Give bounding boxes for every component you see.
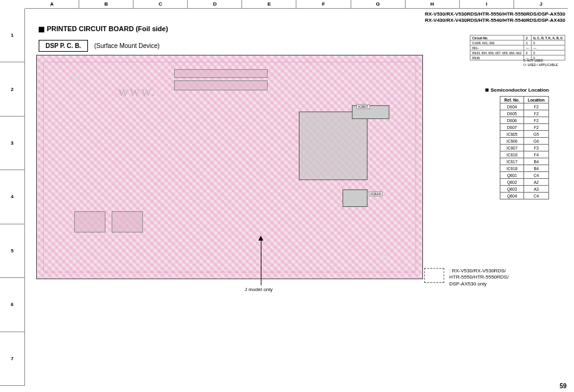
cell: Q603	[500, 186, 524, 193]
section-title: PRINTED CIRCUIT BOARD (Foil side)	[39, 25, 168, 32]
board-label-row: DSP P. C. B. (Surface Mount Device)	[39, 40, 160, 52]
cell: IC610	[500, 151, 524, 158]
board-subtitle: (Surface Mount Device)	[94, 42, 160, 49]
row-1: 1	[0, 9, 24, 62]
cell: F2	[523, 103, 548, 110]
cell: IC618	[500, 165, 524, 172]
row-3: 3	[0, 117, 24, 170]
cell: IC606	[500, 138, 524, 145]
col-A: A	[25, 0, 79, 8]
semiconductor-location-table: Ref. No. Location D604F2 D605F2 D606F2 D…	[500, 96, 549, 199]
cell: C	[523, 41, 531, 45]
cell: F3	[523, 145, 548, 151]
page-number: 59	[560, 383, 567, 390]
col-J: J	[514, 0, 568, 8]
col-I: I	[460, 0, 514, 8]
circuit-header-j: J	[523, 36, 531, 41]
model-line-1: RX-V530/RX-V530RDS/HTR-5550/HTR-5550RDS/…	[425, 11, 565, 17]
cell: D605	[500, 110, 524, 117]
bullet-icon	[485, 88, 489, 92]
cell: —	[523, 45, 531, 50]
callout-arrow-head-icon	[258, 236, 263, 241]
cell: IC609, 691, 692	[470, 41, 523, 45]
board-name-box: DSP P. C. B.	[39, 40, 88, 52]
cell: C4	[523, 193, 548, 199]
cell: IC607	[500, 145, 524, 151]
cell: A2	[523, 179, 548, 186]
row-ruler: 1 2 3 4 5 6 7	[0, 9, 25, 386]
ic-outline	[343, 189, 367, 207]
component-bank	[174, 80, 268, 90]
chip-label-ic610: IC610	[369, 191, 382, 196]
cell: B4	[523, 158, 548, 165]
pcb-foil-diagram: www. IC607 IC610	[36, 55, 423, 279]
circuit-usage-table: Circuit No. J U, C, R, T, K, A, B, G IC6…	[470, 35, 565, 60]
watermark-text: www.	[118, 83, 155, 100]
section-title-text: PRINTED CIRCUIT BOARD (Foil side)	[47, 25, 168, 32]
legend-line-3: DSP-AX530 only	[449, 281, 487, 287]
component-bank	[174, 69, 268, 78]
main-ic-outline	[299, 112, 367, 180]
cell: D606	[500, 117, 524, 124]
row-5: 5	[0, 224, 24, 278]
col-E: E	[242, 0, 296, 8]
square-bullet-icon	[39, 27, 44, 32]
col-D: D	[188, 0, 242, 8]
semiconductor-heading: Semiconductor Location	[485, 87, 549, 93]
model-line-2: RX-V430/RX-V430RDS/HTR-5540/HTR-5540RDS/…	[425, 17, 565, 24]
component-block	[112, 211, 143, 232]
row-2: 2	[0, 62, 24, 116]
cell: B4	[523, 165, 548, 172]
cell: IC617	[500, 158, 524, 165]
row-6: 6	[0, 278, 24, 332]
cell: 0	[531, 50, 565, 55]
cell: G5	[523, 131, 548, 138]
note-used: O: USED / APPLICABLE	[523, 63, 558, 67]
col-H: H	[406, 0, 460, 8]
cell: Q602	[500, 179, 524, 186]
col-G: G	[351, 0, 406, 8]
circuit-table-notes: 0: NOT USED O: USED / APPLICABLE	[523, 59, 558, 67]
col-F: F	[296, 0, 351, 8]
cell: Q604	[500, 193, 524, 199]
cell: F2	[523, 117, 548, 124]
cell: G6	[523, 138, 548, 145]
cell: —	[531, 45, 565, 50]
cell: Q601	[500, 172, 524, 179]
component-block	[74, 211, 105, 232]
row-7: 7	[0, 332, 24, 386]
cell: F4	[523, 151, 548, 158]
semi-header-loc: Location	[523, 97, 548, 103]
cell: A3	[523, 186, 548, 193]
cell: D604	[500, 103, 524, 110]
circuit-header-other: U, C, R, T, K, A, B, G	[531, 36, 565, 41]
cell: 801–	[470, 45, 523, 50]
callout-arrow-line	[261, 237, 261, 285]
legend-line-1: RX-V530/RX-V530RDS/	[452, 268, 505, 274]
column-ruler: A B C D E F G H I J	[25, 0, 568, 9]
cell: R633, 654, 656, 657, 659, 660, 662	[470, 50, 523, 55]
cell: C4	[523, 172, 548, 179]
cell: 0	[531, 41, 565, 45]
legend-line-2: HTR-5550/HTR-5550RDS/	[449, 274, 508, 280]
circuit-header-no: Circuit No.	[470, 36, 523, 41]
dashed-legend-box	[424, 268, 444, 283]
col-B: B	[79, 0, 134, 8]
chip-label-ic607: IC607	[356, 104, 370, 109]
j-model-note: J model only	[245, 287, 273, 292]
cell: F2	[523, 124, 548, 131]
col-C: C	[134, 0, 188, 8]
cell: D607	[500, 124, 524, 131]
cell: 0	[523, 50, 531, 55]
cell: F2	[523, 110, 548, 117]
semiconductor-heading-text: Semiconductor Location	[490, 87, 549, 93]
cell: IC605	[500, 131, 524, 138]
semi-header-ref: Ref. No.	[500, 97, 524, 103]
dashed-legend-text: : RX-V530/RX-V530RDS/ HTR-5550/HTR-5550R…	[449, 268, 508, 287]
cell: R636	[470, 55, 523, 60]
model-header: RX-V530/RX-V530RDS/HTR-5550/HTR-5550RDS/…	[425, 11, 565, 24]
row-4: 4	[0, 170, 24, 224]
